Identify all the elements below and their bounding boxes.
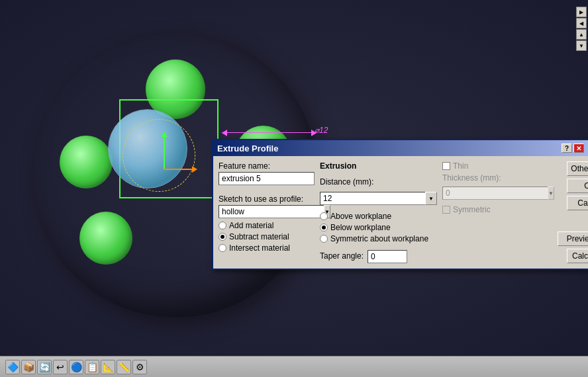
- axis-arrows: [142, 129, 195, 182]
- rt-btn-3[interactable]: ▲: [576, 29, 587, 40]
- distance-combo: ▼: [320, 192, 437, 205]
- dialog-left-panel: Feature name: Sketch to use as profile: …: [219, 161, 315, 263]
- rt-btn-2[interactable]: ◀: [576, 18, 587, 28]
- subtract-material-radio[interactable]: [219, 233, 226, 241]
- below-workplane-option[interactable]: Below workplane: [320, 223, 437, 232]
- toolbar-icon-9[interactable]: ⚙: [132, 360, 147, 374]
- cad-viewport: ⌀12 ▶ ◀ ▲ ▼ Extrude Profile ? ✕ Feature …: [0, 0, 588, 357]
- dialog-titlebar: Extrude Profile ? ✕: [213, 140, 588, 156]
- add-material-radio[interactable]: [219, 222, 226, 230]
- distance-label: Distance (mm):: [320, 177, 437, 187]
- add-material-option[interactable]: Add material: [219, 221, 315, 230]
- taper-input[interactable]: [368, 250, 407, 263]
- symmetric-workplane-option[interactable]: Symmetric about workplane: [320, 234, 437, 243]
- intersect-material-radio[interactable]: [219, 244, 226, 252]
- dialog-right-panel: Extrusion Distance (mm): ▼ Above workpla…: [320, 161, 437, 263]
- toolbar-icon-3[interactable]: 🔄: [37, 360, 52, 374]
- close-button[interactable]: ✕: [573, 144, 584, 153]
- material-radio-group: Add material Subtract material Intersect…: [219, 221, 315, 253]
- thickness-input[interactable]: [442, 187, 548, 200]
- symmetric-check-label: Symmetric: [453, 205, 491, 214]
- dialog-title: Extrude Profile: [217, 144, 278, 153]
- toolbar-icon-1[interactable]: 🔷: [5, 360, 20, 374]
- thickness-combo: ▼: [442, 187, 548, 200]
- ok-button[interactable]: OK: [567, 179, 588, 193]
- taper-label: Taper angle:: [320, 251, 364, 261]
- subtract-material-option[interactable]: Subtract material: [219, 232, 315, 241]
- dialog-content: Feature name: Sketch to use as profile: …: [213, 156, 588, 269]
- dim-line: [222, 132, 315, 133]
- bottom-toolbar: 🔷 📦 🔄 ↩ 🔵 📋 📐 📏 ⚙: [0, 356, 588, 377]
- symmetric-workplane-radio[interactable]: [320, 235, 328, 243]
- cancel-button[interactable]: Cancel: [567, 196, 588, 210]
- help-button[interactable]: ?: [562, 144, 572, 153]
- right-toolbar: ▶ ◀ ▲ ▼: [576, 7, 588, 51]
- toolbar-icon-7[interactable]: 📐: [101, 360, 115, 374]
- distance-input[interactable]: [320, 192, 425, 205]
- toolbar-icon-2[interactable]: 📦: [21, 360, 36, 374]
- taper-row: Taper angle:: [320, 250, 437, 263]
- below-workplane-label: Below workplane: [330, 223, 391, 232]
- axis-y-arrow: [164, 136, 165, 169]
- sketch-input[interactable]: [219, 205, 324, 218]
- toolbar-icon-6[interactable]: 📋: [85, 360, 99, 374]
- thin-checkbox-item: Thin: [442, 161, 548, 171]
- add-material-label: Add material: [229, 221, 273, 230]
- toolbar-icon-8[interactable]: 📏: [117, 360, 131, 374]
- neck: [129, 291, 182, 357]
- preview-row: Preview ✓: [558, 231, 588, 246]
- feature-name-label: Feature name:: [219, 161, 315, 171]
- above-workplane-option[interactable]: Above workplane: [320, 212, 437, 221]
- feature-name-input[interactable]: [219, 172, 315, 185]
- thin-checkbox[interactable]: [442, 162, 450, 170]
- distance-dropdown-btn[interactable]: ▼: [425, 192, 437, 205]
- extrude-profile-dialog: Extrude Profile ? ✕ Feature name: Sketch…: [212, 139, 588, 270]
- subtract-material-label: Subtract material: [229, 232, 289, 241]
- toolbar-icon-5[interactable]: 🔵: [69, 360, 83, 374]
- sketch-label: Sketch to use as profile:: [219, 194, 315, 204]
- thin-label: Thin: [453, 161, 468, 171]
- other-side-button[interactable]: Other Side: [567, 161, 588, 176]
- green-circle-left: [60, 136, 113, 188]
- above-workplane-radio[interactable]: [320, 212, 328, 220]
- calculator-button[interactable]: Calculator: [567, 249, 588, 263]
- symmetric-checkbox[interactable]: [442, 206, 450, 214]
- green-circle-bottom-left: [79, 212, 132, 265]
- rt-btn-4[interactable]: ▼: [576, 40, 587, 51]
- symmetric-workplane-label: Symmetric about workplane: [330, 234, 428, 243]
- rt-btn-1[interactable]: ▶: [576, 7, 587, 17]
- thickness-label: Thickness (mm):: [442, 173, 548, 183]
- workplane-radio-group: Above workplane Below workplane Symmetri…: [320, 212, 437, 243]
- toolbar-icon-4[interactable]: ↩: [53, 360, 68, 374]
- sketch-combo: ▼: [219, 205, 315, 218]
- dimension-label: ⌀12: [315, 126, 328, 135]
- preview-button[interactable]: Preview: [558, 231, 588, 246]
- titlebar-buttons: ? ✕: [562, 144, 584, 153]
- axis-x-arrow: [164, 169, 193, 170]
- extrusion-header: Extrusion: [320, 161, 437, 171]
- below-workplane-radio[interactable]: [320, 224, 328, 231]
- intersect-material-label: Intersect material: [229, 243, 290, 253]
- dialog-actions: Other Side OK Cancel Preview ✓ Calculato…: [554, 161, 588, 263]
- above-workplane-label: Above workplane: [330, 212, 391, 221]
- symmetric-checkbox-item: Symmetric: [442, 205, 548, 214]
- thickness-dropdown-btn: ▼: [548, 187, 554, 200]
- intersect-material-option[interactable]: Intersect material: [219, 243, 315, 253]
- dim-arrow-left: [222, 130, 227, 136]
- thin-section: Thin Thickness (mm): ▼ Symmetric: [442, 161, 548, 263]
